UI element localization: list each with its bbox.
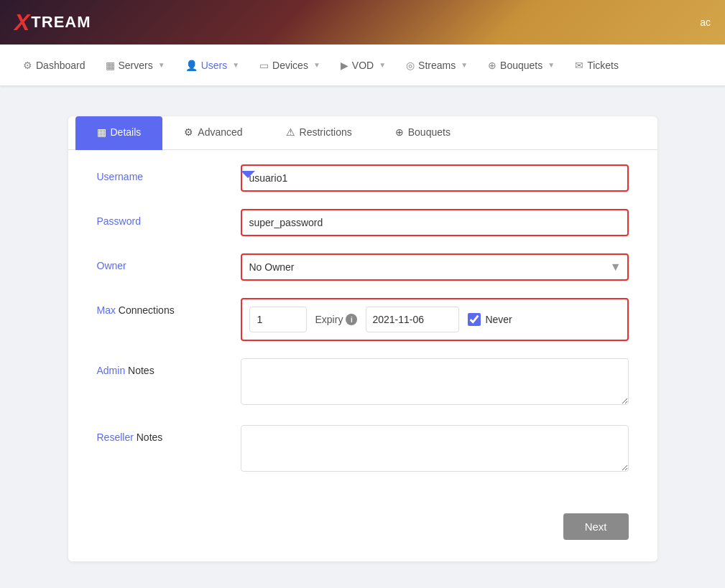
nav-dashboard[interactable]: ⚙ Dashboard (14, 54, 94, 77)
tab-restrictions-label: Restrictions (300, 126, 352, 138)
owner-label: Owner (97, 253, 226, 271)
vod-chevron: ▼ (379, 61, 386, 69)
expiry-date-input[interactable] (366, 307, 459, 332)
details-form: Username Password Owner No Owner (68, 150, 657, 506)
users-dropdown-arrow (241, 171, 255, 178)
max-connections-row: Max Connections Expiry i (97, 298, 629, 341)
nav-bouquets[interactable]: ⊕ Bouquets ▼ (479, 54, 563, 77)
max-connections-label: Max Connections (97, 298, 226, 316)
never-wrap: Never (468, 313, 512, 326)
tabs-bar: ▦ Details ⚙ Advanced ⚠ Restrictions ⊕ Bo… (68, 116, 657, 150)
streams-chevron: ▼ (461, 61, 468, 69)
password-input[interactable] (241, 209, 629, 236)
tab-details[interactable]: ▦ Details (75, 116, 163, 150)
nav-servers-label: Servers (119, 60, 153, 71)
max-connections-input[interactable] (249, 307, 307, 332)
nav-bouquets-label: Bouquets (500, 60, 542, 71)
nav-tickets-label: Tickets (587, 60, 619, 71)
tab-bouquets[interactable]: ⊕ Bouquets (374, 116, 472, 150)
bouquets-chevron: ▼ (548, 61, 555, 69)
owner-select[interactable]: No Owner (241, 253, 629, 281)
expiry-info-icon: i (346, 314, 357, 325)
nav-vod-label: VOD (352, 60, 374, 71)
nav-tickets[interactable]: ✉ Tickets (566, 54, 627, 77)
nav-servers[interactable]: ▦ Servers ▼ (97, 54, 174, 77)
streams-icon: ◎ (406, 60, 415, 71)
owner-select-wrap: No Owner ▼ (241, 253, 629, 281)
main-card: ▦ Details ⚙ Advanced ⚠ Restrictions ⊕ Bo… (68, 116, 657, 561)
connections-inner-row: Expiry i Never (249, 307, 620, 332)
username-label: Username (97, 164, 226, 182)
password-row: Password (97, 209, 629, 236)
nav-devices-label: Devices (272, 60, 308, 71)
bouquets-tab-icon: ⊕ (395, 126, 404, 138)
details-tab-icon: ▦ (97, 126, 106, 138)
dashboard-icon: ⚙ (23, 60, 32, 71)
nav-devices[interactable]: ▭ Devices ▼ (251, 54, 329, 77)
logo-x: X (14, 11, 29, 34)
nav-streams-label: Streams (418, 60, 456, 71)
content-area: ▦ Details ⚙ Advanced ⚠ Restrictions ⊕ Bo… (0, 95, 725, 583)
vod-icon: ▶ (341, 60, 348, 71)
username-row: Username (97, 164, 629, 192)
logo[interactable]: X TREAM (14, 11, 91, 34)
navbar: ⚙ Dashboard ▦ Servers ▼ 👤 Users ▼ ▭ Devi… (0, 45, 725, 86)
user-abbr: ac (700, 17, 711, 28)
username-control (241, 164, 629, 192)
servers-icon: ▦ (106, 60, 115, 71)
logo-tream: TREAM (31, 13, 91, 32)
tickets-icon: ✉ (575, 60, 583, 71)
nav-users-label: Users (201, 60, 228, 71)
users-icon: 👤 (185, 60, 198, 71)
advanced-tab-icon: ⚙ (184, 126, 193, 138)
bouquets-icon: ⊕ (488, 60, 497, 71)
password-label: Password (97, 209, 226, 227)
nav-streams[interactable]: ◎ Streams ▼ (397, 54, 476, 77)
tab-advanced-label: Advanced (198, 126, 242, 138)
tab-advanced[interactable]: ⚙ Advanced (162, 116, 264, 150)
devices-icon: ▭ (259, 60, 269, 71)
nav-vod[interactable]: ▶ VOD ▼ (332, 54, 394, 77)
max-connections-highlight-block: Expiry i Never (241, 298, 629, 341)
users-chevron: ▼ (232, 61, 239, 69)
tab-bouquets-label: Bouquets (408, 126, 451, 138)
admin-notes-label: Admin Notes (97, 358, 226, 376)
tab-details-label: Details (111, 126, 142, 138)
admin-notes-row: Admin Notes (97, 358, 629, 408)
reseller-notes-row: Reseller Notes (97, 425, 629, 475)
reseller-notes-label: Reseller Notes (97, 425, 226, 443)
admin-notes-textarea[interactable] (241, 358, 629, 405)
reseller-notes-control (241, 425, 629, 475)
next-button[interactable]: Next (563, 513, 629, 540)
tab-restrictions[interactable]: ⚠ Restrictions (264, 116, 374, 150)
reseller-notes-textarea[interactable] (241, 425, 629, 472)
devices-chevron: ▼ (313, 61, 320, 69)
nav-users[interactable]: 👤 Users ▼ (177, 54, 248, 77)
servers-chevron: ▼ (158, 61, 165, 69)
password-control (241, 209, 629, 236)
header: X TREAM ac (0, 0, 725, 45)
owner-row: Owner No Owner ▼ (97, 253, 629, 281)
max-connections-control: Expiry i Never (241, 298, 629, 341)
owner-control: No Owner ▼ (241, 253, 629, 281)
expiry-label: Expiry i (315, 314, 358, 325)
never-checkbox[interactable] (468, 313, 481, 326)
username-input[interactable] (241, 164, 629, 192)
never-label: Never (485, 314, 512, 325)
restrictions-tab-icon: ⚠ (286, 126, 295, 138)
admin-notes-control (241, 358, 629, 408)
form-footer: Next (68, 506, 657, 540)
nav-dashboard-label: Dashboard (36, 60, 86, 71)
